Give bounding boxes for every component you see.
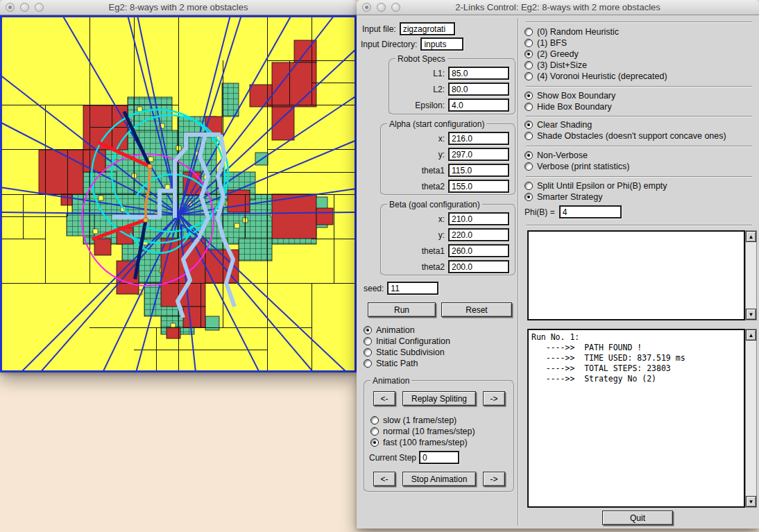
radio-button-icon[interactable] — [525, 132, 533, 140]
radio-smarter-strategy[interactable]: Smarter Strategy — [525, 191, 667, 203]
control-window: 2-Links Control: Eg2: 8-ways with 2 more… — [357, 0, 759, 529]
control-window-title: 2-Links Control: Eg2: 8-ways with 2 more… — [455, 2, 660, 12]
close-button-icon[interactable] — [362, 3, 371, 12]
y-field[interactable] — [448, 148, 509, 161]
robot-joint — [148, 164, 153, 169]
close-button-icon[interactable] — [6, 3, 15, 12]
minimize-button-icon[interactable] — [377, 3, 386, 12]
radio-button-icon[interactable] — [364, 359, 372, 368]
radio-static-path[interactable]: Static Path — [364, 358, 450, 369]
radio-button-icon[interactable] — [525, 28, 533, 36]
radio-1-bfs[interactable]: (1) BFS — [525, 37, 667, 49]
radio-button-icon[interactable] — [525, 182, 533, 190]
radio-normal-10-frames-step[interactable]: normal (10 frames/step) — [370, 426, 475, 437]
theta2-field[interactable] — [448, 260, 509, 273]
zoom-button-icon[interactable] — [391, 3, 400, 12]
radio-button-icon[interactable] — [364, 337, 372, 345]
radio-initial-configuration[interactable]: Initial Configuration — [364, 336, 450, 347]
zoom-button-icon[interactable] — [35, 3, 44, 12]
radio-clear-shading[interactable]: Clear Shading — [525, 119, 726, 130]
scroll-down-icon[interactable]: ▼ — [746, 309, 756, 320]
run-output-text: Run No. 1: ---->> PATH FOUND ! ---->> TI… — [529, 330, 744, 386]
radio-animation[interactable]: Animation — [364, 325, 450, 336]
radio-fast-100-frames-step[interactable]: fast (100 frames/step) — [370, 437, 475, 448]
stop-animation-button[interactable]: Stop Animation — [402, 472, 476, 486]
control-titlebar[interactable]: 2-Links Control: Eg2: 8-ways with 2 more… — [357, 0, 759, 15]
radio-button-icon[interactable] — [525, 92, 533, 100]
radio-button-icon[interactable] — [370, 438, 379, 447]
message-log[interactable] — [527, 230, 745, 320]
radio-button-icon[interactable] — [364, 326, 372, 334]
radio-button-icon[interactable] — [525, 39, 533, 47]
radio-button-icon[interactable] — [525, 151, 533, 160]
current-step-field[interactable] — [419, 451, 459, 464]
radio-button-icon[interactable] — [525, 103, 533, 111]
reset-button[interactable]: Reset — [441, 302, 512, 317]
radio-label: (4) Voronoi Heuristic (deprecated) — [537, 71, 667, 81]
scroll-up-icon[interactable]: ▲ — [746, 231, 756, 242]
radio-button-icon[interactable] — [364, 348, 372, 357]
radio-3-dist-size[interactable]: (3) Dist+Size — [525, 60, 667, 71]
radio-button-icon[interactable] — [525, 193, 533, 201]
anim-forward-button[interactable]: -> — [483, 472, 505, 486]
run-output-log[interactable]: Run No. 1: ---->> PATH FOUND ! ---->> TI… — [527, 329, 745, 508]
beta-title: Beta (goal configuration) — [387, 200, 482, 209]
phib-field[interactable] — [559, 205, 622, 218]
radio-hide-box-boundary[interactable]: Hide Box Boundary — [525, 101, 615, 112]
theta1-field[interactable] — [448, 164, 509, 177]
message-log-scrollbar[interactable]: ▲ ▼ — [745, 230, 757, 320]
radio-4-voronoi-heuristic-deprecated[interactable]: (4) Voronoi Heuristic (deprecated) — [525, 71, 667, 82]
radio-button-icon[interactable] — [525, 72, 533, 80]
run-output-scrollbar[interactable]: ▲ ▼ — [745, 329, 757, 508]
epsilon-field[interactable] — [448, 98, 509, 112]
replay-splitting-button[interactable]: Replay Spliting — [402, 391, 476, 406]
radio-static-subdivision[interactable]: Static Subdivision — [364, 347, 450, 358]
radio-label: Clear Shading — [537, 120, 592, 130]
radio-button-icon[interactable] — [370, 427, 379, 436]
l2-field[interactable] — [448, 83, 509, 96]
input-directory-field[interactable] — [420, 37, 463, 51]
radio-split-until-epsilon-or-phi-b-empty[interactable]: Split Until Epsilon or Phi(B) empty — [525, 180, 667, 191]
radio-slow-1-frame-step[interactable]: slow (1 frame/step) — [370, 415, 475, 426]
speed-radios: slow (1 frame/step)normal (10 frames/ste… — [370, 415, 475, 448]
planner-canvas[interactable] — [0, 15, 357, 372]
radio-button-icon[interactable] — [525, 121, 533, 129]
y-field[interactable] — [448, 228, 509, 241]
field-row: x: — [382, 132, 509, 145]
seed-field[interactable] — [387, 282, 438, 295]
radio-0-random-heuristic[interactable]: (0) Random Heuristic — [525, 26, 667, 37]
minimize-button-icon[interactable] — [20, 3, 29, 12]
step-forward-button[interactable]: -> — [483, 391, 505, 406]
radio-non-verbose[interactable]: Non-Verbose — [525, 150, 629, 161]
anim-back-button[interactable]: <- — [373, 472, 395, 486]
l1-field[interactable] — [448, 67, 509, 80]
robot-specs-title: Robot Specs — [395, 54, 447, 64]
radio-verbose-print-statistics[interactable]: Verbose (print statistics) — [525, 161, 629, 172]
radio-label: Split Until Epsilon or Phi(B) empty — [537, 181, 667, 191]
radio-button-icon[interactable] — [370, 416, 379, 424]
input-file-field[interactable] — [400, 22, 455, 35]
scroll-up-icon[interactable]: ▲ — [746, 329, 756, 341]
x-field[interactable] — [448, 212, 509, 225]
scroll-down-icon[interactable]: ▼ — [746, 496, 756, 507]
radio-label: Static Subdivision — [376, 347, 445, 357]
step-back-button[interactable]: <- — [373, 391, 395, 406]
radio-button-icon[interactable] — [525, 50, 533, 58]
mixed-cell — [165, 185, 170, 189]
quit-button[interactable]: Quit — [602, 510, 673, 525]
viz-titlebar[interactable]: Eg2: 8-ways with 2 more obstacles — [0, 0, 357, 15]
radio-shade-obstacles-doesn-t-support-concave-[interactable]: Shade Obstacles (doesn't support concave… — [525, 130, 726, 141]
run-button[interactable]: Run — [368, 302, 436, 317]
theta1-field[interactable] — [448, 244, 509, 257]
obstacle-cell — [94, 239, 111, 255]
mixed-cell — [234, 223, 239, 228]
separator — [526, 225, 752, 226]
x-label: x: — [438, 214, 445, 224]
radio-button-icon[interactable] — [525, 162, 533, 171]
radio-show-box-boundary[interactable]: Show Box Boundary — [525, 90, 615, 101]
radio-2-greedy[interactable]: (2) Greedy — [525, 49, 667, 60]
theta2-field[interactable] — [448, 180, 509, 193]
radio-button-icon[interactable] — [525, 61, 533, 69]
x-field[interactable] — [448, 132, 509, 145]
radio-label: Shade Obstacles (doesn't support concave… — [537, 131, 726, 141]
